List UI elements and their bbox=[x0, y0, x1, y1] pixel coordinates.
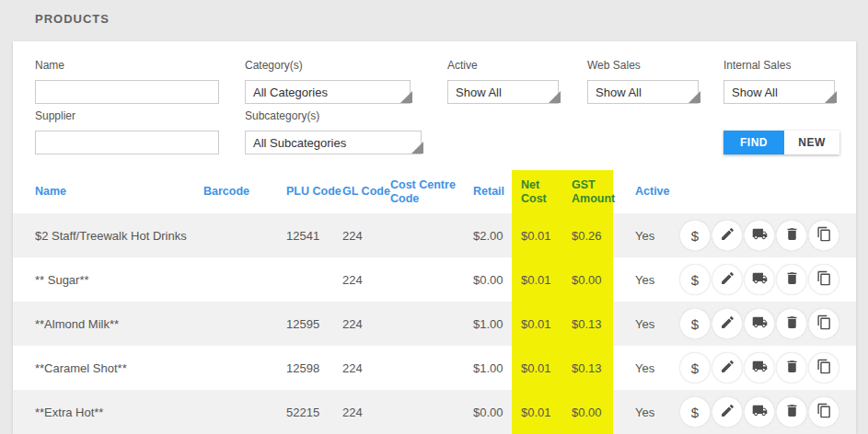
dollar-icon: $ bbox=[691, 272, 699, 288]
dollar-price-button[interactable]: $ bbox=[679, 352, 711, 383]
categories-label: Category(s) bbox=[245, 59, 303, 72]
net-cost-cell: $0.01 bbox=[512, 390, 562, 434]
cost-centre-cell bbox=[390, 390, 473, 434]
gl-code-cell: 224 bbox=[342, 390, 390, 434]
delete-button[interactable] bbox=[776, 220, 807, 251]
delivery-button[interactable] bbox=[744, 352, 775, 383]
edit-button[interactable] bbox=[712, 220, 743, 251]
table-row: **Extra Hot** 52215 224 $0.00 $0.01 $0.0… bbox=[13, 390, 856, 434]
web-sales-label: Web Sales bbox=[587, 59, 641, 72]
dropdown-grip-icon bbox=[549, 91, 561, 103]
active-filter-select[interactable]: Show All bbox=[447, 80, 559, 104]
trash-icon bbox=[784, 226, 800, 245]
dollar-price-button[interactable]: $ bbox=[679, 396, 711, 428]
col-header-retail[interactable]: Retail bbox=[473, 170, 512, 213]
active-filter-label: Active bbox=[447, 59, 478, 72]
dollar-price-button[interactable]: $ bbox=[679, 264, 711, 295]
name-input[interactable] bbox=[35, 80, 219, 104]
internal-sales-select[interactable]: Show All bbox=[723, 80, 835, 104]
subcategories-select[interactable]: All Subcategories bbox=[245, 131, 422, 154]
edit-button[interactable] bbox=[712, 352, 743, 383]
col-header-net-cost[interactable]: Net Cost bbox=[512, 170, 562, 213]
copy-icon bbox=[816, 359, 832, 377]
page-title: PRODUCTS bbox=[35, 12, 110, 26]
trash-icon bbox=[784, 314, 800, 333]
duplicate-button[interactable] bbox=[808, 396, 839, 428]
delete-button[interactable] bbox=[776, 396, 807, 428]
retail-cell: $1.00 bbox=[473, 302, 512, 346]
active-filter-value: Show All bbox=[456, 86, 502, 99]
supplier-label: Supplier bbox=[35, 109, 75, 122]
products-card: Name Category(s) All Categories Active S… bbox=[13, 41, 856, 434]
active-cell: Yes bbox=[613, 346, 679, 390]
copy-icon bbox=[816, 403, 832, 421]
edit-pencil-icon bbox=[720, 314, 735, 333]
dropdown-grip-icon bbox=[411, 142, 423, 154]
retail-cell: $2.00 bbox=[473, 213, 512, 257]
col-header-gl-code[interactable]: GL Code bbox=[342, 170, 390, 213]
internal-sales-label: Internal Sales bbox=[723, 59, 791, 72]
delivery-button[interactable] bbox=[744, 220, 775, 251]
duplicate-button[interactable] bbox=[808, 352, 839, 383]
dropdown-grip-icon bbox=[825, 91, 837, 103]
trash-icon bbox=[784, 403, 800, 421]
net-cost-cell: $0.01 bbox=[512, 213, 562, 257]
duplicate-button[interactable] bbox=[808, 308, 839, 339]
delivery-truck-icon bbox=[752, 226, 768, 245]
dollar-icon: $ bbox=[691, 405, 699, 420]
form-buttons: FIND NEW bbox=[723, 131, 839, 154]
col-header-gst-amount[interactable]: GST Amount bbox=[562, 170, 613, 213]
web-sales-select[interactable]: Show All bbox=[587, 80, 699, 104]
supplier-input[interactable] bbox=[35, 131, 219, 154]
new-button[interactable]: NEW bbox=[784, 131, 839, 154]
row-actions: $ bbox=[679, 257, 856, 302]
retail-cell: $0.00 bbox=[473, 257, 512, 302]
col-header-plu-code[interactable]: PLU Code bbox=[286, 170, 342, 213]
find-button[interactable]: FIND bbox=[723, 131, 784, 154]
retail-cell: $0.00 bbox=[473, 390, 512, 434]
product-name-cell: **Caramel Shot** bbox=[13, 346, 203, 390]
delivery-button[interactable] bbox=[744, 396, 775, 428]
gst-amount-cell: $0.13 bbox=[562, 346, 613, 390]
col-header-active[interactable]: Active bbox=[613, 170, 679, 213]
products-table: Name Barcode PLU Code GL Code Cost Centr… bbox=[13, 170, 856, 434]
active-cell: Yes bbox=[613, 213, 679, 257]
delete-button[interactable] bbox=[776, 264, 807, 295]
internal-sales-value: Show All bbox=[732, 86, 778, 99]
gst-amount-cell: $0.13 bbox=[562, 302, 613, 346]
gst-amount-cell: $0.00 bbox=[562, 390, 613, 434]
product-name-cell: ** Sugar** bbox=[13, 257, 203, 302]
edit-pencil-icon bbox=[720, 403, 735, 421]
barcode-cell bbox=[203, 257, 286, 302]
copy-icon bbox=[816, 270, 832, 289]
delete-button[interactable] bbox=[776, 308, 807, 339]
col-header-cost-centre[interactable]: Cost Centre Code bbox=[390, 170, 473, 213]
gl-code-cell: 224 bbox=[342, 302, 390, 346]
edit-pencil-icon bbox=[720, 359, 735, 377]
gl-code-cell: 224 bbox=[342, 346, 390, 390]
edit-pencil-icon bbox=[720, 226, 735, 245]
edit-button[interactable] bbox=[712, 396, 743, 428]
dollar-icon: $ bbox=[691, 316, 699, 332]
delivery-truck-icon bbox=[752, 270, 768, 289]
categories-select[interactable]: All Categories bbox=[245, 80, 411, 104]
cost-centre-cell bbox=[390, 346, 473, 390]
subcategories-select-value: All Subcategories bbox=[253, 136, 346, 150]
col-header-barcode[interactable]: Barcode bbox=[203, 170, 286, 213]
delivery-button[interactable] bbox=[744, 264, 775, 295]
edit-button[interactable] bbox=[712, 264, 743, 295]
copy-icon bbox=[816, 226, 832, 245]
net-cost-cell: $0.01 bbox=[512, 302, 562, 346]
table-row: **Almond Milk** 12595 224 $1.00 $0.01 $0… bbox=[13, 302, 856, 346]
duplicate-button[interactable] bbox=[808, 220, 839, 251]
filter-panel: Name Category(s) All Categories Active S… bbox=[13, 41, 856, 170]
delivery-button[interactable] bbox=[744, 308, 775, 339]
dollar-price-button[interactable]: $ bbox=[679, 308, 711, 339]
duplicate-button[interactable] bbox=[808, 264, 839, 295]
dollar-price-button[interactable]: $ bbox=[679, 220, 711, 251]
edit-button[interactable] bbox=[712, 308, 743, 339]
subcategories-label: Subcategory(s) bbox=[245, 109, 319, 122]
col-header-name[interactable]: Name bbox=[13, 170, 203, 213]
delete-button[interactable] bbox=[776, 352, 807, 383]
trash-icon bbox=[784, 270, 800, 289]
